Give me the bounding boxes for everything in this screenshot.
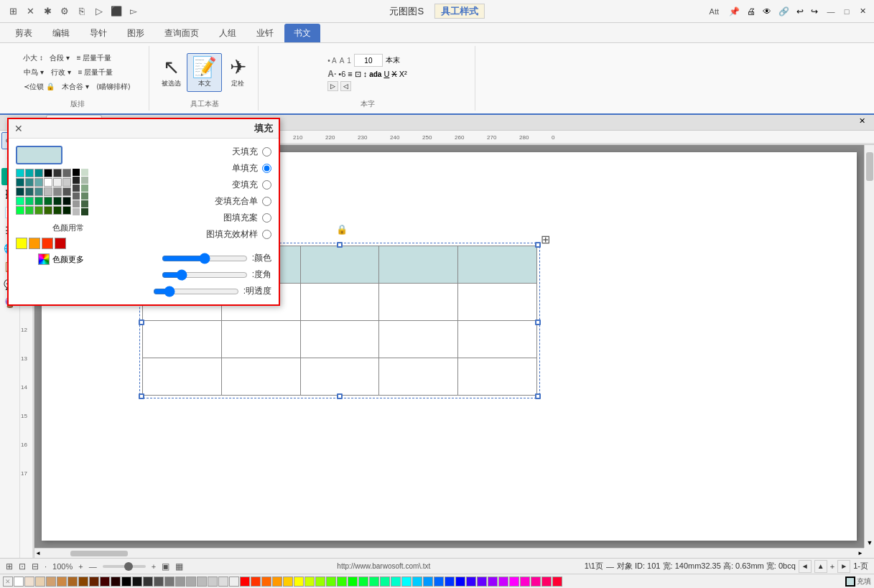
tab-shuwen[interactable]: 书文	[284, 24, 320, 42]
status-minus[interactable]: —	[89, 562, 97, 571]
scroll-thumb-h[interactable]	[70, 551, 128, 556]
swatch-nearblack[interactable]	[132, 577, 142, 587]
swatch-bronze[interactable]	[57, 577, 67, 587]
font-btn-size[interactable]: •6	[338, 70, 345, 78]
btn-cengliangqianliang[interactable]: ≡ 层量千量	[74, 52, 115, 65]
font-btn-super[interactable]: X²	[399, 70, 407, 78]
swatch-hotpink[interactable]	[520, 577, 530, 587]
swatch-gray[interactable]	[154, 577, 164, 587]
table-cell[interactable]	[379, 358, 458, 396]
swatch-red[interactable]	[240, 577, 250, 587]
swatch-lightgray[interactable]	[175, 577, 185, 587]
swatch-darkbrown[interactable]	[78, 577, 88, 587]
maximize-btn[interactable]: □	[841, 6, 852, 17]
btn-hangai[interactable]: 行改 ▾	[48, 66, 74, 79]
grad-cell[interactable]	[81, 200, 88, 207]
table-cell[interactable]	[221, 358, 300, 396]
swatch-darkmaroon[interactable]	[100, 577, 110, 587]
color-swatch[interactable]	[53, 206, 62, 215]
scroll-right-btn[interactable]: ►	[857, 551, 863, 556]
table-cell[interactable]	[458, 358, 537, 396]
color-swatch[interactable]	[25, 197, 34, 205]
color-swatch[interactable]	[25, 178, 34, 187]
grad-cell[interactable]	[81, 208, 88, 215]
tab-yezhen[interactable]: 业钎	[247, 24, 283, 42]
swatch-lime[interactable]	[315, 577, 325, 587]
font-btn-space[interactable]: ↕	[363, 70, 368, 78]
tab-bianji[interactable]: 编辑	[43, 24, 79, 42]
handle-tr[interactable]	[535, 242, 541, 248]
grad-cell[interactable]	[73, 177, 80, 184]
table-cell[interactable]	[458, 246, 537, 284]
color-swatch[interactable]	[16, 206, 24, 215]
swatch-amber[interactable]	[272, 577, 282, 587]
btn-xiaoda[interactable]: 小大 ↕	[21, 52, 45, 64]
status-view-grid[interactable]: ▦	[175, 561, 183, 571]
toolbar-icon-1[interactable]: 🖨	[747, 6, 756, 17]
more-colors-row[interactable]: 色颜更多	[16, 253, 84, 265]
opt-solid-fill[interactable]: 单填充	[91, 162, 271, 174]
handle-mr[interactable]	[535, 319, 541, 325]
btn-dingshuan[interactable]: ✈ 定栓	[223, 54, 252, 91]
grad-cell[interactable]	[81, 177, 88, 184]
color-swatch[interactable]	[44, 178, 52, 187]
angle-slider[interactable]	[162, 253, 248, 264]
swatch-yellow[interactable]	[294, 577, 304, 587]
table-cell[interactable]	[379, 321, 458, 358]
tab-jianbiao[interactable]: 剪表	[6, 24, 42, 42]
grad-cell[interactable]	[81, 185, 88, 192]
swatch-puregreen[interactable]	[348, 577, 358, 587]
tab-tuxing[interactable]: 图形	[118, 24, 154, 42]
swatch-peach[interactable]	[24, 577, 34, 587]
grad-cell[interactable]	[73, 169, 80, 176]
color-swatch[interactable]	[62, 178, 71, 187]
table-cell[interactable]	[458, 321, 537, 358]
swatch-nearwhite[interactable]	[229, 577, 239, 587]
table-cell[interactable]	[300, 358, 379, 396]
qa-btn-1[interactable]: ✱	[40, 4, 55, 19]
font-btn-x[interactable]: X	[391, 70, 396, 78]
swatch-midgray[interactable]	[164, 577, 175, 587]
color-swatch[interactable]	[34, 197, 43, 205]
table-cell[interactable]	[143, 321, 222, 358]
qa-btn-2[interactable]: ⚙	[57, 4, 72, 19]
color-swatch[interactable]	[34, 169, 43, 177]
swatch-brown2[interactable]	[68, 577, 78, 587]
radio-solid-fill[interactable]	[262, 164, 271, 173]
plus-handle[interactable]: ⊞	[541, 233, 550, 246]
nav-prev-btn[interactable]: ◄	[799, 560, 812, 573]
btn-miaomaopaiyangx[interactable]: ⟨瞄铆排样⟩	[93, 80, 134, 93]
color-swatch[interactable]	[25, 187, 34, 196]
font-btn-more1[interactable]: ▷	[327, 81, 338, 91]
color-swatch[interactable]	[53, 169, 62, 177]
swatch-orange[interactable]	[261, 577, 271, 587]
table-cell[interactable]	[300, 321, 379, 358]
color-swatch[interactable]	[53, 178, 62, 187]
btn-mugegu[interactable]: 木合谷 ▾	[59, 80, 92, 93]
swatch-magenta[interactable]	[498, 577, 508, 587]
swatch-green[interactable]	[337, 577, 347, 587]
swatch-gainsboro[interactable]	[208, 577, 218, 587]
opt-no-fill[interactable]: 天填充	[91, 146, 271, 158]
btn-cengliangqianliang2[interactable]: ≡ 层量千量	[75, 66, 116, 79]
nav-next-btn[interactable]: ▲	[814, 560, 827, 573]
status-view-normal[interactable]: ▣	[162, 561, 169, 571]
table-cell[interactable]	[300, 284, 379, 321]
swatch-darkgray[interactable]	[143, 577, 153, 587]
fill-panel-close[interactable]: ✕	[14, 123, 23, 134]
btn-benwen[interactable]: 📝 本文	[187, 53, 222, 92]
minimize-btn[interactable]: —	[825, 6, 837, 17]
grad-cell[interactable]	[73, 208, 80, 215]
color-swatch[interactable]	[16, 178, 24, 187]
qa-btn-4[interactable]: ⬛	[109, 4, 124, 19]
btn-heduan[interactable]: 合段 ▾	[47, 52, 73, 65]
scroll-thumb-v[interactable]	[866, 152, 873, 181]
swatch-fuchsia[interactable]	[509, 577, 519, 587]
font-btn-ada[interactable]: ada	[369, 70, 381, 78]
swatch-cyan[interactable]	[401, 577, 412, 587]
color-swatch[interactable]	[53, 187, 62, 196]
qa-btn-3[interactable]: ▷	[92, 4, 106, 19]
swatch-aquamarine[interactable]	[380, 577, 390, 587]
table-cell[interactable]	[458, 284, 537, 321]
color-swatch[interactable]	[34, 187, 43, 196]
